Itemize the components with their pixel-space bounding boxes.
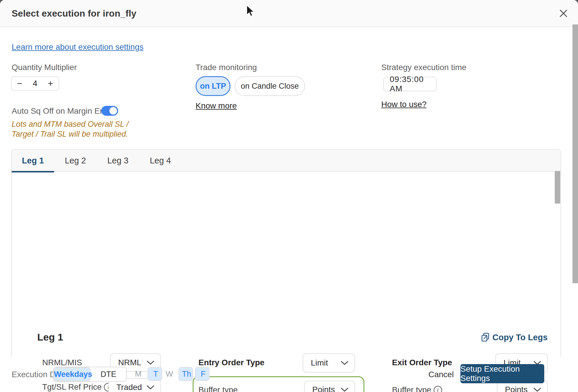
day-chip-thursday[interactable]: Th — [178, 367, 193, 381]
setup-execution-settings-button[interactable]: Setup Execution Settings — [460, 364, 544, 383]
entry-buffer-type-select[interactable]: Points — [304, 381, 355, 392]
window-scrollbar[interactable] — [572, 24, 578, 283]
chevron-down-icon — [341, 387, 349, 392]
entry-order-type-select[interactable]: Limit — [303, 353, 355, 373]
tgt-sl-ref-value: Traded — [116, 383, 142, 392]
exit-order-type-label: Exit Order Type — [392, 358, 452, 367]
auto-sq-off-label: Auto Sq Off on Margin Error — [12, 106, 113, 116]
leg-heading: Leg 1 — [37, 332, 63, 343]
dte-option[interactable]: DTE — [91, 367, 126, 381]
multiplier-warning-line2: Target / Trail SL will be multiplied. — [12, 130, 128, 139]
day-chip-friday[interactable]: F — [195, 367, 210, 381]
close-button[interactable] — [556, 6, 570, 20]
quantity-multiplier-label: Quantity Multiplier — [12, 63, 77, 72]
copy-to-legs-label: Copy To Legs — [492, 333, 548, 342]
on-ltp-pill[interactable]: on LTP — [196, 76, 231, 96]
nrml-mis-label: NRML/MIS — [42, 358, 82, 367]
execution-days-mode-toggle: Weekdays DTE — [53, 367, 127, 382]
learn-more-link[interactable]: Learn more about execution settings — [12, 42, 143, 52]
exit-buffer-type-value: Points — [505, 385, 528, 392]
toggle-knob — [109, 107, 117, 115]
mouse-cursor — [245, 5, 257, 17]
modal-title: Select execution for iron_fly — [12, 0, 136, 27]
increment-button[interactable]: + — [48, 79, 53, 88]
execution-settings-modal: Select execution for iron_fly Learn more… — [0, 0, 578, 392]
entry-buffer-type-label: Buffer type — [198, 385, 238, 392]
tgt-sl-ref-label-text: Tgt/SL Ref Price — [42, 382, 102, 392]
entry-order-type-label: Entry Order Type — [198, 358, 265, 367]
decrement-button[interactable]: − — [17, 79, 22, 88]
day-chip-wednesday[interactable]: W — [163, 367, 176, 381]
active-tab-underline — [12, 171, 54, 172]
leg-tabbar: Leg 1 Leg 2 Leg 3 Leg 4 — [12, 150, 561, 172]
leg-panel: Leg 1 Leg 2 Leg 3 Leg 4 Leg 1 Copy To Le… — [11, 149, 561, 357]
quantity-stepper[interactable]: − 4 + — [11, 76, 59, 91]
trade-monitoring-label: Trade monitoring — [196, 63, 257, 72]
copy-to-legs-button[interactable]: Copy To Legs — [481, 332, 548, 342]
auto-sq-off-toggle[interactable] — [101, 106, 118, 116]
strategy-time-label: Strategy execution time — [381, 63, 467, 72]
strategy-time-input[interactable]: 09:35:00 AM — [383, 77, 437, 91]
tab-leg-1[interactable]: Leg 1 — [12, 150, 54, 172]
weekdays-option[interactable]: Weekdays — [54, 367, 91, 381]
tab-leg-2[interactable]: Leg 2 — [54, 150, 97, 172]
tab-leg-3[interactable]: Leg 3 — [97, 150, 139, 172]
copy-icon — [481, 332, 490, 342]
nrml-mis-value: NRML — [118, 358, 141, 367]
close-icon — [558, 8, 569, 19]
panel-scrollbar[interactable] — [555, 171, 560, 204]
how-to-use-link[interactable]: How to use? — [381, 100, 427, 109]
multiplier-warning-line1: Lots and MTM based Overall SL / — [12, 120, 129, 129]
quantity-value: 4 — [33, 79, 38, 88]
cancel-button[interactable]: Cancel — [428, 370, 454, 379]
chevron-down-icon — [533, 387, 541, 392]
day-chip-monday[interactable]: M — [132, 367, 144, 381]
exit-buffer-type-label-text: Buffer type — [392, 385, 431, 392]
tgt-sl-ref-label: Tgt/SL Ref Price i — [42, 382, 112, 392]
know-more-link[interactable]: Know more — [196, 101, 237, 111]
tab-leg-4[interactable]: Leg 4 — [139, 150, 182, 172]
entry-order-type-value: Limit — [311, 358, 328, 368]
exit-buffer-type-label: Buffer type i — [392, 385, 442, 392]
chevron-down-icon — [146, 385, 155, 390]
chevron-down-icon — [146, 360, 155, 365]
info-icon[interactable]: i — [434, 386, 442, 392]
chevron-down-icon — [341, 361, 349, 365]
day-chip-tuesday[interactable]: T — [148, 367, 162, 381]
entry-buffer-type-value: Points — [312, 385, 335, 392]
on-candle-close-pill[interactable]: on Candle Close — [235, 76, 305, 96]
